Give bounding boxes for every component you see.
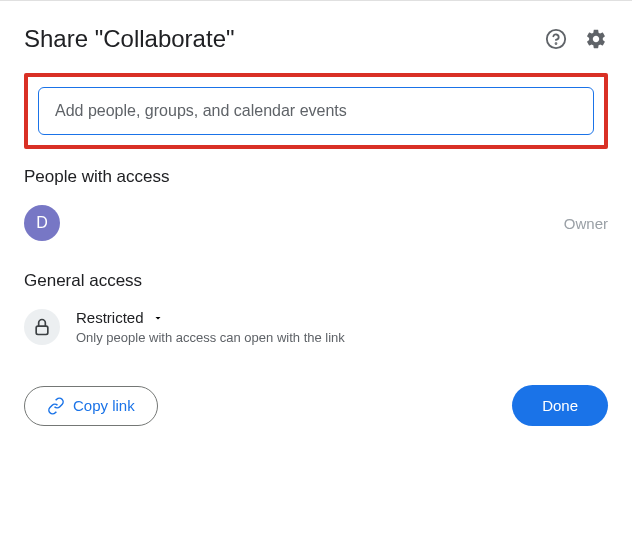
add-people-input-wrap[interactable] xyxy=(38,87,594,135)
done-button[interactable]: Done xyxy=(512,385,608,426)
svg-rect-2 xyxy=(36,326,48,334)
owner-role-label: Owner xyxy=(564,215,608,232)
access-level-description: Only people with access can open with th… xyxy=(76,330,345,345)
avatar: D xyxy=(24,205,60,241)
svg-point-1 xyxy=(556,43,557,44)
help-icon[interactable] xyxy=(544,27,568,51)
copy-link-button[interactable]: Copy link xyxy=(24,386,158,426)
gear-icon[interactable] xyxy=(584,27,608,51)
dialog-footer: Copy link Done xyxy=(24,385,608,426)
people-section-title: People with access xyxy=(24,167,608,187)
dialog-title: Share "Collaborate" xyxy=(24,25,235,53)
share-dialog: Share "Collaborate" People with access D xyxy=(0,0,632,450)
add-people-input[interactable] xyxy=(55,102,577,120)
general-access-section: General access Restricted Only people wi… xyxy=(24,271,608,345)
general-access-row: Restricted Only people with access can o… xyxy=(24,309,608,345)
general-access-title: General access xyxy=(24,271,608,291)
access-level-label: Restricted xyxy=(76,309,144,326)
link-icon xyxy=(47,397,65,415)
chevron-down-icon xyxy=(152,312,164,324)
header-icons xyxy=(544,27,608,51)
person-row: D Owner xyxy=(24,205,608,241)
dialog-header: Share "Collaborate" xyxy=(24,25,608,53)
copy-link-label: Copy link xyxy=(73,397,135,414)
input-highlight xyxy=(24,73,608,149)
lock-icon xyxy=(24,309,60,345)
access-level-select[interactable]: Restricted xyxy=(76,309,345,326)
general-access-content: Restricted Only people with access can o… xyxy=(76,309,345,345)
